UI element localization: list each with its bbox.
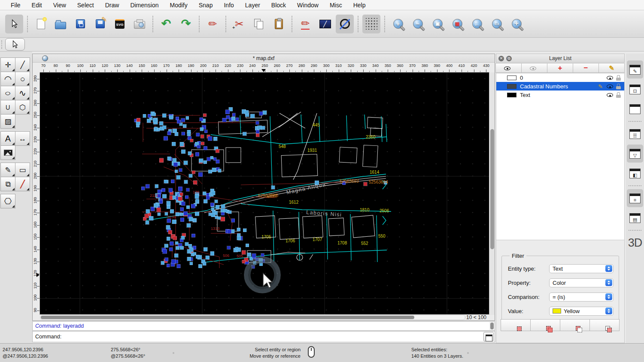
- polygon-tool[interactable]: ⬡: [15, 100, 30, 115]
- zoom-selection-button[interactable]: ▣: [448, 15, 466, 33]
- layer-visibility-icon[interactable]: [606, 83, 614, 89]
- stepper-icon[interactable]: [605, 293, 612, 300]
- menu-file[interactable]: File: [5, 2, 26, 9]
- menu-view[interactable]: View: [48, 2, 72, 9]
- add-layer-button[interactable]: +: [547, 63, 573, 73]
- zoom-window-button[interactable]: ▭: [488, 15, 506, 33]
- dock-block-window-button[interactable]: ◧: [627, 164, 643, 182]
- new-file-button[interactable]: [32, 15, 50, 33]
- command-input[interactable]: [64, 333, 483, 340]
- show-all-layers-button[interactable]: [495, 63, 522, 73]
- polyline-tool[interactable]: ⊃: [0, 100, 15, 115]
- layer-list-close-button[interactable]: ✕: [498, 56, 504, 61]
- modify-tools[interactable]: ✎: [0, 163, 15, 177]
- intersect-selection-button[interactable]: [589, 319, 620, 331]
- menu-window[interactable]: Window: [292, 2, 324, 9]
- ellipse-tool[interactable]: ○: [0, 86, 15, 100]
- filter-select[interactable]: = (is): [549, 293, 614, 302]
- select-matching-button[interactable]: [501, 319, 531, 331]
- points-tool[interactable]: ✛: [0, 57, 15, 72]
- layer-row-text[interactable]: Text: [496, 90, 624, 99]
- menu-select[interactable]: Select: [72, 2, 100, 9]
- export-svg-button[interactable]: SVG: [111, 15, 129, 33]
- line-attributes-button[interactable]: ╱: [316, 15, 334, 33]
- menu-misc[interactable]: Misc: [324, 2, 348, 9]
- remove-from-selection-button[interactable]: [560, 319, 590, 331]
- arc-tool[interactable]: ◠: [0, 72, 15, 86]
- line-tool[interactable]: ╱: [15, 57, 30, 72]
- filter-select[interactable]: Color: [549, 278, 614, 287]
- menu-info[interactable]: Info: [218, 2, 239, 9]
- menu-block[interactable]: Block: [266, 2, 292, 9]
- dock-list-window-button[interactable]: ☰: [627, 125, 643, 143]
- remove-layer-button[interactable]: −: [573, 63, 599, 73]
- menu-help[interactable]: Help: [348, 2, 371, 9]
- open-file-button[interactable]: [52, 15, 70, 33]
- stepper-icon[interactable]: [605, 308, 612, 314]
- layer-visibility-icon[interactable]: [606, 75, 614, 81]
- dock-shapes-window-button[interactable]: ⊡: [627, 80, 643, 98]
- menu-layer[interactable]: Layer: [240, 2, 266, 9]
- draft-mode-button[interactable]: [336, 15, 354, 33]
- print-preview-button[interactable]: [131, 15, 149, 33]
- trim-tools[interactable]: ╱: [15, 177, 30, 191]
- copy-button[interactable]: [250, 15, 268, 33]
- undo-button[interactable]: ↶: [157, 15, 175, 33]
- zoom-auto-button[interactable]: ▣: [428, 15, 447, 33]
- solid-3d-tool[interactable]: ⎔: [0, 194, 15, 208]
- save-as-button[interactable]: [91, 15, 109, 33]
- dock-command-window-button[interactable]: ≡: [627, 189, 643, 207]
- command-history-scrollbar[interactable]: [489, 322, 494, 330]
- spline-tool[interactable]: ∿: [15, 86, 30, 100]
- stepper-icon[interactable]: [605, 279, 612, 286]
- menu-edit[interactable]: Edit: [26, 2, 48, 9]
- menu-snap[interactable]: Snap: [193, 2, 219, 9]
- dock-filter-window-button[interactable]: ▽: [627, 145, 643, 163]
- select-arrow-button[interactable]: [5, 15, 23, 33]
- redo-button[interactable]: ↷: [177, 15, 195, 33]
- pen-button[interactable]: ✏: [296, 15, 314, 33]
- horizontal-scrollbar[interactable]: 10 < 100: [40, 314, 489, 320]
- layer-visibility-icon[interactable]: [606, 92, 614, 98]
- paste-button[interactable]: [270, 15, 288, 33]
- measure-tools[interactable]: ▭: [15, 163, 30, 177]
- menu-dimension[interactable]: Dimension: [125, 2, 164, 9]
- select-tool-button[interactable]: [5, 38, 25, 51]
- vertical-scrollbar-thumb[interactable]: [490, 129, 494, 249]
- add-to-selection-button[interactable]: [530, 319, 560, 331]
- layer-row-0[interactable]: 0: [496, 73, 624, 82]
- dock-clipboard-window-button[interactable]: ▤: [627, 209, 643, 227]
- stepper-icon[interactable]: [605, 265, 612, 272]
- layer-list-float-button[interactable]: ⧉: [506, 56, 512, 61]
- dimension-tool[interactable]: ↔: [15, 131, 30, 146]
- cut-button[interactable]: ✂: [230, 15, 248, 33]
- menu-modify[interactable]: Modify: [164, 2, 193, 9]
- layer-lock-icon[interactable]: [616, 92, 621, 98]
- image-tool[interactable]: [0, 145, 15, 160]
- save-button[interactable]: [71, 15, 89, 33]
- zoom-previous-button[interactable]: ←: [468, 15, 486, 33]
- filter-select[interactable]: Text: [549, 264, 614, 273]
- menu-draw[interactable]: Draw: [100, 2, 125, 9]
- drawing-canvas[interactable]: 4452360548193116141612181025061705170617…: [40, 72, 489, 315]
- dock-3d-label[interactable]: 3D: [628, 236, 642, 250]
- edit-entities-tools[interactable]: ⧉: [0, 177, 15, 191]
- kill-actions-button[interactable]: ✏: [204, 15, 222, 33]
- vertical-scrollbar[interactable]: [489, 72, 495, 315]
- layer-lock-icon[interactable]: [616, 75, 621, 81]
- edit-layer-button[interactable]: ✎: [598, 63, 625, 73]
- text-tool[interactable]: A: [0, 131, 15, 146]
- zoom-out-button[interactable]: −: [409, 15, 427, 33]
- dock-blank-window-button[interactable]: [627, 100, 643, 118]
- grid-toggle-button[interactable]: [362, 15, 380, 33]
- filter-select[interactable]: Yellow: [549, 307, 614, 316]
- hatch-tool[interactable]: ▨: [0, 114, 15, 129]
- layer-row-cadastral-numbers[interactable]: Cadastral Numbers✎: [496, 82, 624, 90]
- layer-edit-icon[interactable]: ✎: [598, 83, 603, 90]
- circle-tool[interactable]: ○: [15, 72, 30, 86]
- zoom-pan-button[interactable]: ✛: [507, 15, 526, 33]
- dock-pen-window-button[interactable]: ✎: [627, 60, 643, 78]
- zoom-in-button[interactable]: +: [389, 15, 407, 33]
- command-options-button[interactable]: [483, 332, 494, 341]
- layer-lock-icon[interactable]: [616, 84, 621, 89]
